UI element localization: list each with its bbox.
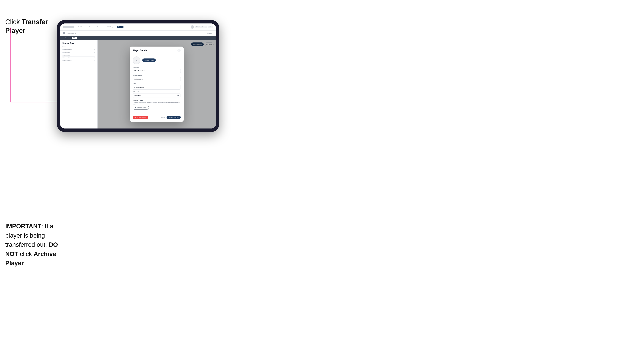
transfer-player-button[interactable]: ⟳ Transfer Player [132, 106, 149, 110]
display-name-group: Display Name [132, 75, 181, 81]
app-header-right: Add New Player John [190, 25, 213, 29]
app-nav: Dashboard Teams Schedule Add Player Rost… [77, 26, 188, 28]
list-item[interactable]: Chris Robertson ↗ [62, 48, 95, 51]
app-logo [63, 26, 74, 28]
tab-roster[interactable]: Roster [63, 37, 70, 39]
player-icon-4: ↗ [94, 57, 95, 59]
full-name-input[interactable] [132, 69, 181, 73]
archive-player-button[interactable]: ⊘ Archive Player [132, 116, 148, 119]
player-name-4: James Wilson [64, 57, 93, 58]
player-dot [62, 52, 64, 53]
breadcrumb: Dashboard (111) [66, 32, 76, 34]
modal-header: Player Details × [130, 46, 184, 54]
instruction-area: Click Transfer Player [5, 18, 58, 38]
header-username: John [208, 26, 213, 28]
player-icon-1: ↗ [94, 49, 95, 50]
display-name-input[interactable] [132, 77, 181, 81]
tablet-screen: Dashboard Teams Schedule Add Player Rost… [60, 23, 216, 129]
footer-right: Cancel Save Changes [160, 116, 181, 119]
right-panel: Add to Another List Add Player Player De… [98, 40, 216, 129]
full-name-label: Full Name [132, 66, 181, 68]
transfer-section: Transfer Player If this player has moved… [132, 99, 181, 110]
email-input[interactable] [132, 85, 181, 90]
email-group: Email [132, 83, 181, 90]
school-year-group: School Year First Year Second Year Third… [132, 91, 181, 98]
nav-roster[interactable]: Roster [117, 26, 124, 28]
sidebar-panel: Update Roster Team Chris Robertson ↗ Joe… [60, 40, 98, 129]
breadcrumb-icon [63, 32, 65, 34]
instruction-important: IMPORTANT: If a player is being transfer… [5, 222, 63, 268]
sidebar-title: Update Roster [62, 42, 95, 44]
archive-icon: ⊘ [134, 117, 136, 118]
player-name-3: Josh Taylor [64, 55, 93, 56]
list-item[interactable]: Robert Phillips ↗ [62, 59, 95, 62]
cancel-button[interactable]: Cancel [160, 117, 165, 118]
player-dot [62, 57, 64, 58]
player-dot [62, 55, 64, 56]
tablet-device: Dashboard Teams Schedule Add Player Rost… [57, 20, 219, 132]
school-year-label: School Year [132, 91, 181, 93]
player-dot [62, 49, 64, 50]
nav-add-player[interactable]: Add Player [106, 26, 115, 28]
tab-add[interactable]: Add [72, 37, 77, 39]
sidebar-label: Team [62, 46, 95, 47]
player-name-1: Chris Robertson [64, 49, 93, 50]
nav-dashboard[interactable]: Dashboard [77, 26, 86, 28]
modal-title: Player Details [132, 49, 147, 52]
upload-photo-button[interactable]: Upload Photo [142, 58, 156, 62]
important-label: IMPORTANT [5, 223, 42, 230]
modal-overlay: Player Details × [98, 40, 216, 129]
modal-body: Upload Photo Full Name Display Name [130, 54, 184, 114]
transfer-btn-label: Transfer Player [137, 107, 147, 109]
avatar-row: Upload Photo [132, 56, 181, 64]
player-icon-5: ↗ [94, 60, 95, 61]
transfer-description: If this player has moved to another scho… [132, 101, 181, 105]
avatar [190, 25, 194, 29]
header-name: Add New Player [195, 26, 207, 28]
player-icon-3: ↗ [94, 54, 95, 56]
player-avatar [132, 56, 140, 64]
list-item[interactable]: James Wilson ↗ [62, 57, 95, 59]
player-icon-2: ↗ [94, 52, 95, 53]
email-label: Email [132, 83, 181, 85]
player-name-5: Robert Phillips [64, 60, 93, 61]
school-year-select[interactable]: First Year Second Year Third Year Fourth… [132, 93, 181, 98]
instruction-click-bold: Transfer Player [5, 18, 48, 34]
list-item[interactable]: Josh Taylor ↗ [62, 54, 95, 57]
transfer-label: Transfer Player [132, 99, 181, 101]
modal-close-button[interactable]: × [177, 49, 181, 52]
list-item[interactable]: Joe Morris ↗ [62, 51, 95, 54]
display-toggle[interactable]: Display + [208, 32, 213, 34]
tab-bar: Roster Add [60, 36, 216, 40]
nav-schedule[interactable]: Schedule [96, 26, 104, 28]
player-name-2: Joe Morris [64, 52, 93, 53]
nav-teams[interactable]: Teams [88, 26, 94, 28]
main-content: Update Roster Team Chris Robertson ↗ Joe… [60, 40, 216, 129]
archive-label: Archive Player [136, 117, 146, 118]
player-dot [62, 60, 64, 61]
player-details-modal: Player Details × [130, 46, 184, 122]
display-name-label: Display Name [132, 75, 181, 76]
svg-point-3 [136, 59, 137, 60]
instruction-click-text: Click Transfer Player [5, 18, 58, 35]
app-header: Dashboard Teams Schedule Add Player Rost… [60, 23, 216, 30]
sub-header: Dashboard (111) Display + [60, 30, 216, 36]
transfer-icon: ⟳ [135, 107, 136, 109]
save-changes-button[interactable]: Save Changes [166, 116, 181, 119]
modal-footer: ⊘ Archive Player Cancel Save Changes [130, 114, 184, 122]
full-name-group: Full Name [132, 66, 181, 73]
